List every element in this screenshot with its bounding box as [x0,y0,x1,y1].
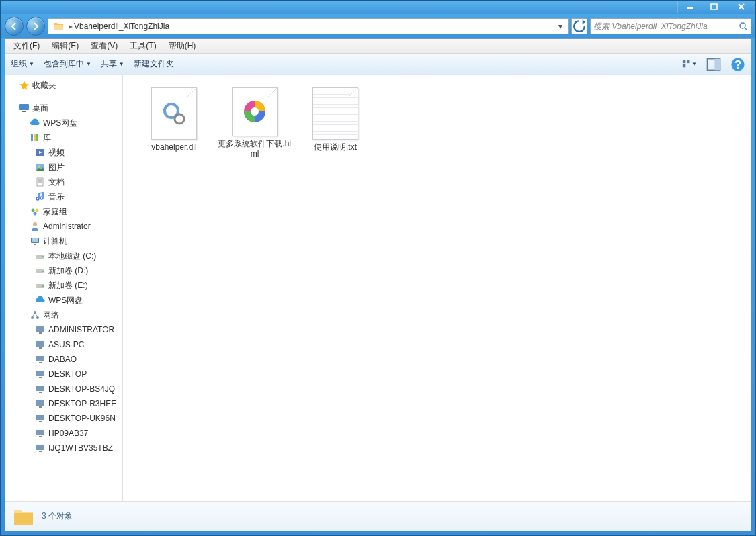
tree-network-pc[interactable]: HP09AB37 [5,426,122,441]
tree-network[interactable]: 网络 [5,308,122,322]
svg-rect-3 [683,60,685,63]
file-item-html[interactable]: 更多系统软件下载.html [214,83,295,164]
address-dropdown-icon[interactable]: ▾ [554,20,566,32]
search-placeholder: 搜索 Vbahelperdll_XiTongZhiJia [593,21,739,32]
tree-administrator[interactable]: Administrator [5,219,122,234]
library-icon [30,132,40,143]
inner-pane: 文件(F) 编辑(E) 查看(V) 工具(T) 帮助(H) 组织▼ 包含到库中▼… [5,38,751,531]
toolbar-share[interactable]: 共享▼ [101,58,124,70]
folder-icon [52,20,65,32]
menu-file[interactable]: 文件(F) [8,39,45,53]
tree-libraries[interactable]: 库 [5,130,122,145]
toolbar: 组织▼ 包含到库中▼ 共享▼ 新建文件夹 ▼ ? [5,54,751,75]
computer-icon [30,236,40,247]
navbar: ▸ Vbahelperdll_XiTongZhiJia ▾ 搜索 Vbahelp… [1,14,755,38]
file-item-dll[interactable]: vbahelper.dll [134,83,214,164]
preview-pane-button[interactable] [706,57,721,72]
menu-view[interactable]: 查看(V) [85,39,123,53]
tree-network-pc[interactable]: DESKTOP-R3HEF [5,396,122,411]
tree-wps-cloud[interactable]: WPS网盘 [5,116,122,130]
tree-documents[interactable]: 文档 [5,175,122,189]
drive-icon [35,251,46,261]
close-button[interactable] [726,1,755,13]
pc-icon [35,413,46,424]
svg-rect-4 [687,60,689,63]
pc-icon [35,369,46,379]
cloud-icon [35,295,46,306]
pictures-icon [35,162,46,173]
toolbar-include-in-library[interactable]: 包含到库中▼ [44,58,91,70]
navigation-tree[interactable]: 收藏夹 桌面 WPS网盘 库 视频 [5,75,123,501]
toolbar-organize[interactable]: 组织▼ [11,58,34,70]
tree-drive-e[interactable]: 新加卷 (E:) [5,278,122,293]
tree-desktop[interactable]: 桌面 [5,101,122,116]
file-list[interactable]: vbahelper.dll 更多系统软件下载.html [123,75,751,501]
svg-rect-47 [36,415,44,420]
breadcrumb-path[interactable]: Vbahelperdll_XiTongZhiJia [74,21,554,31]
file-item-txt[interactable]: 使用说明.txt [295,83,376,164]
tree-favorites[interactable]: 收藏夹 [5,78,122,93]
tree-pictures[interactable]: 图片 [5,160,122,175]
tree-drive-d[interactable]: 新加卷 (D:) [5,263,122,278]
tree-wps-cloud-2[interactable]: WPS网盘 [5,293,122,308]
pc-icon [35,324,46,335]
minimize-button[interactable] [677,1,702,13]
svg-rect-39 [36,356,44,361]
back-button[interactable] [5,17,24,36]
toolbar-new-folder[interactable]: 新建文件夹 [134,58,174,70]
svg-rect-37 [36,341,44,347]
svg-point-19 [32,209,35,212]
svg-point-55 [251,107,259,116]
search-box[interactable]: 搜索 Vbahelperdll_XiTongZhiJia [590,18,751,34]
tree-network-pc[interactable]: DESKTOP-UK96N [5,411,122,426]
tree-homegroup[interactable]: 家庭组 [5,204,122,219]
svg-point-29 [42,271,44,272]
pc-icon [35,428,46,439]
tree-network-pc[interactable]: DABAO [5,352,122,367]
star-icon [19,80,30,91]
folder-icon [12,505,35,528]
svg-rect-0 [687,7,693,9]
help-button[interactable]: ? [730,57,745,72]
svg-rect-50 [39,436,42,437]
refresh-button[interactable] [571,18,587,34]
dll-icon [151,87,197,140]
music-icon [35,191,46,202]
svg-text:?: ? [734,58,741,70]
tree-network-pc[interactable]: DESKTOP-BS4JQ [5,382,122,396]
svg-rect-10 [19,104,29,110]
svg-point-27 [42,256,44,257]
tree-computer[interactable]: 计算机 [5,234,122,249]
tree-network-pc[interactable]: IJQ1WTBV35TBZ [5,441,122,455]
svg-rect-18 [37,178,43,186]
svg-point-54 [175,114,184,124]
pc-icon [35,443,46,453]
forward-button[interactable] [26,17,45,36]
search-icon [739,21,748,31]
tree-network-pc[interactable]: DESKTOP [5,367,122,382]
svg-rect-46 [39,406,42,408]
pc-icon [35,354,46,365]
file-name: 更多系统软件下载.html [217,139,292,160]
menu-edit[interactable]: 编辑(E) [46,39,84,53]
svg-rect-40 [39,362,42,363]
address-bar[interactable]: ▸ Vbahelperdll_XiTongZhiJia ▾ [48,18,569,34]
pc-icon [35,339,46,350]
svg-point-21 [34,212,37,216]
tree-network-pc[interactable]: ASUS-PC [5,337,122,352]
menu-help[interactable]: 帮助(H) [163,39,202,53]
tree-music[interactable]: 音乐 [5,189,122,204]
svg-rect-1 [711,4,717,9]
tree-videos[interactable]: 视频 [5,145,122,160]
svg-rect-11 [22,111,26,112]
menu-tools[interactable]: 工具(T) [124,39,161,53]
status-text: 3 个对象 [42,510,73,522]
tree-drive-c[interactable]: 本地磁盘 (C:) [5,249,122,263]
tree-network-pc[interactable]: ADMINISTRATOR [5,322,122,337]
maximize-button[interactable] [702,1,726,13]
svg-rect-41 [36,371,44,376]
svg-point-2 [740,23,745,28]
svg-rect-5 [683,64,685,67]
svg-rect-45 [36,400,44,406]
view-options-button[interactable]: ▼ [682,57,697,72]
